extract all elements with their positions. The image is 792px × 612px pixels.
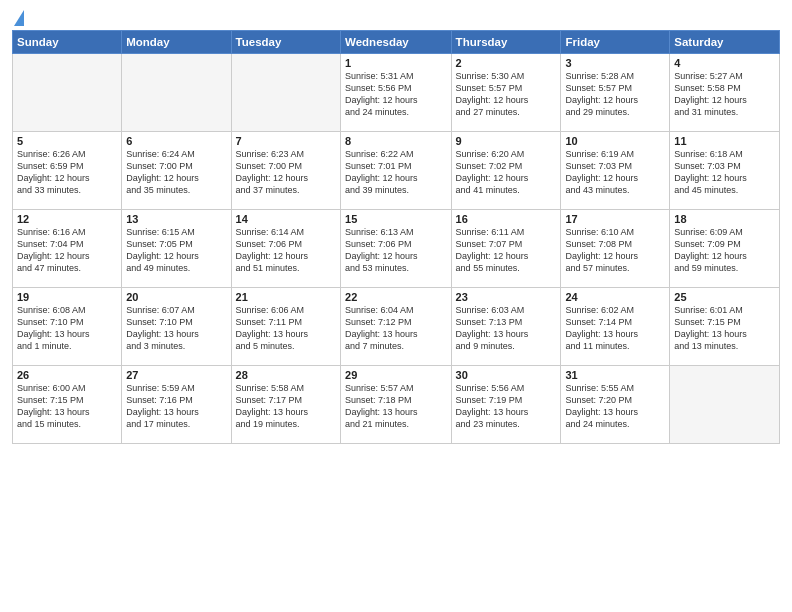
day-info: Sunrise: 5:58 AM Sunset: 7:17 PM Dayligh… bbox=[236, 382, 336, 431]
day-number: 19 bbox=[17, 291, 117, 303]
calendar-cell: 25Sunrise: 6:01 AM Sunset: 7:15 PM Dayli… bbox=[670, 288, 780, 366]
day-number: 2 bbox=[456, 57, 557, 69]
weekday-header-wednesday: Wednesday bbox=[341, 31, 452, 54]
day-info: Sunrise: 5:31 AM Sunset: 5:56 PM Dayligh… bbox=[345, 70, 447, 119]
day-number: 15 bbox=[345, 213, 447, 225]
calendar-cell: 29Sunrise: 5:57 AM Sunset: 7:18 PM Dayli… bbox=[341, 366, 452, 444]
day-info: Sunrise: 6:11 AM Sunset: 7:07 PM Dayligh… bbox=[456, 226, 557, 275]
weekday-header-thursday: Thursday bbox=[451, 31, 561, 54]
weekday-header-saturday: Saturday bbox=[670, 31, 780, 54]
calendar-cell: 6Sunrise: 6:24 AM Sunset: 7:00 PM Daylig… bbox=[122, 132, 231, 210]
calendar-week-3: 12Sunrise: 6:16 AM Sunset: 7:04 PM Dayli… bbox=[13, 210, 780, 288]
calendar-cell: 20Sunrise: 6:07 AM Sunset: 7:10 PM Dayli… bbox=[122, 288, 231, 366]
day-info: Sunrise: 6:06 AM Sunset: 7:11 PM Dayligh… bbox=[236, 304, 336, 353]
day-number: 25 bbox=[674, 291, 775, 303]
calendar-cell: 5Sunrise: 6:26 AM Sunset: 6:59 PM Daylig… bbox=[13, 132, 122, 210]
day-number: 1 bbox=[345, 57, 447, 69]
day-info: Sunrise: 6:26 AM Sunset: 6:59 PM Dayligh… bbox=[17, 148, 117, 197]
page: SundayMondayTuesdayWednesdayThursdayFrid… bbox=[0, 0, 792, 612]
calendar-cell: 28Sunrise: 5:58 AM Sunset: 7:17 PM Dayli… bbox=[231, 366, 340, 444]
calendar-cell bbox=[13, 54, 122, 132]
day-info: Sunrise: 6:24 AM Sunset: 7:00 PM Dayligh… bbox=[126, 148, 226, 197]
day-number: 3 bbox=[565, 57, 665, 69]
weekday-header-tuesday: Tuesday bbox=[231, 31, 340, 54]
day-number: 22 bbox=[345, 291, 447, 303]
day-number: 30 bbox=[456, 369, 557, 381]
calendar-cell: 12Sunrise: 6:16 AM Sunset: 7:04 PM Dayli… bbox=[13, 210, 122, 288]
day-info: Sunrise: 6:18 AM Sunset: 7:03 PM Dayligh… bbox=[674, 148, 775, 197]
day-number: 17 bbox=[565, 213, 665, 225]
day-number: 10 bbox=[565, 135, 665, 147]
day-info: Sunrise: 6:20 AM Sunset: 7:02 PM Dayligh… bbox=[456, 148, 557, 197]
day-number: 18 bbox=[674, 213, 775, 225]
calendar-cell: 14Sunrise: 6:14 AM Sunset: 7:06 PM Dayli… bbox=[231, 210, 340, 288]
calendar-cell: 9Sunrise: 6:20 AM Sunset: 7:02 PM Daylig… bbox=[451, 132, 561, 210]
day-number: 9 bbox=[456, 135, 557, 147]
calendar-cell: 15Sunrise: 6:13 AM Sunset: 7:06 PM Dayli… bbox=[341, 210, 452, 288]
weekday-header-row: SundayMondayTuesdayWednesdayThursdayFrid… bbox=[13, 31, 780, 54]
calendar-cell: 10Sunrise: 6:19 AM Sunset: 7:03 PM Dayli… bbox=[561, 132, 670, 210]
day-info: Sunrise: 6:13 AM Sunset: 7:06 PM Dayligh… bbox=[345, 226, 447, 275]
calendar-cell: 30Sunrise: 5:56 AM Sunset: 7:19 PM Dayli… bbox=[451, 366, 561, 444]
calendar-week-5: 26Sunrise: 6:00 AM Sunset: 7:15 PM Dayli… bbox=[13, 366, 780, 444]
calendar-cell bbox=[670, 366, 780, 444]
calendar-cell: 21Sunrise: 6:06 AM Sunset: 7:11 PM Dayli… bbox=[231, 288, 340, 366]
day-info: Sunrise: 6:09 AM Sunset: 7:09 PM Dayligh… bbox=[674, 226, 775, 275]
calendar-week-1: 1Sunrise: 5:31 AM Sunset: 5:56 PM Daylig… bbox=[13, 54, 780, 132]
weekday-header-monday: Monday bbox=[122, 31, 231, 54]
day-number: 27 bbox=[126, 369, 226, 381]
day-info: Sunrise: 6:22 AM Sunset: 7:01 PM Dayligh… bbox=[345, 148, 447, 197]
calendar-cell: 18Sunrise: 6:09 AM Sunset: 7:09 PM Dayli… bbox=[670, 210, 780, 288]
day-info: Sunrise: 6:03 AM Sunset: 7:13 PM Dayligh… bbox=[456, 304, 557, 353]
day-info: Sunrise: 6:07 AM Sunset: 7:10 PM Dayligh… bbox=[126, 304, 226, 353]
calendar-cell: 13Sunrise: 6:15 AM Sunset: 7:05 PM Dayli… bbox=[122, 210, 231, 288]
header bbox=[12, 10, 780, 24]
day-info: Sunrise: 5:27 AM Sunset: 5:58 PM Dayligh… bbox=[674, 70, 775, 119]
calendar-cell: 23Sunrise: 6:03 AM Sunset: 7:13 PM Dayli… bbox=[451, 288, 561, 366]
calendar-cell: 11Sunrise: 6:18 AM Sunset: 7:03 PM Dayli… bbox=[670, 132, 780, 210]
day-number: 6 bbox=[126, 135, 226, 147]
logo-triangle-icon bbox=[14, 10, 24, 26]
day-info: Sunrise: 6:10 AM Sunset: 7:08 PM Dayligh… bbox=[565, 226, 665, 275]
day-number: 11 bbox=[674, 135, 775, 147]
day-number: 31 bbox=[565, 369, 665, 381]
day-info: Sunrise: 5:59 AM Sunset: 7:16 PM Dayligh… bbox=[126, 382, 226, 431]
calendar-cell: 3Sunrise: 5:28 AM Sunset: 5:57 PM Daylig… bbox=[561, 54, 670, 132]
calendar-cell bbox=[122, 54, 231, 132]
calendar-cell: 2Sunrise: 5:30 AM Sunset: 5:57 PM Daylig… bbox=[451, 54, 561, 132]
day-number: 24 bbox=[565, 291, 665, 303]
calendar-cell: 4Sunrise: 5:27 AM Sunset: 5:58 PM Daylig… bbox=[670, 54, 780, 132]
day-number: 14 bbox=[236, 213, 336, 225]
day-number: 12 bbox=[17, 213, 117, 225]
day-number: 29 bbox=[345, 369, 447, 381]
day-info: Sunrise: 5:55 AM Sunset: 7:20 PM Dayligh… bbox=[565, 382, 665, 431]
day-info: Sunrise: 6:23 AM Sunset: 7:00 PM Dayligh… bbox=[236, 148, 336, 197]
day-number: 5 bbox=[17, 135, 117, 147]
day-number: 7 bbox=[236, 135, 336, 147]
calendar-week-2: 5Sunrise: 6:26 AM Sunset: 6:59 PM Daylig… bbox=[13, 132, 780, 210]
day-number: 21 bbox=[236, 291, 336, 303]
day-info: Sunrise: 6:08 AM Sunset: 7:10 PM Dayligh… bbox=[17, 304, 117, 353]
day-info: Sunrise: 5:57 AM Sunset: 7:18 PM Dayligh… bbox=[345, 382, 447, 431]
day-info: Sunrise: 6:19 AM Sunset: 7:03 PM Dayligh… bbox=[565, 148, 665, 197]
calendar-cell: 7Sunrise: 6:23 AM Sunset: 7:00 PM Daylig… bbox=[231, 132, 340, 210]
calendar-cell: 16Sunrise: 6:11 AM Sunset: 7:07 PM Dayli… bbox=[451, 210, 561, 288]
weekday-header-friday: Friday bbox=[561, 31, 670, 54]
calendar-cell: 24Sunrise: 6:02 AM Sunset: 7:14 PM Dayli… bbox=[561, 288, 670, 366]
calendar-table: SundayMondayTuesdayWednesdayThursdayFrid… bbox=[12, 30, 780, 444]
day-info: Sunrise: 6:15 AM Sunset: 7:05 PM Dayligh… bbox=[126, 226, 226, 275]
day-info: Sunrise: 5:28 AM Sunset: 5:57 PM Dayligh… bbox=[565, 70, 665, 119]
weekday-header-sunday: Sunday bbox=[13, 31, 122, 54]
day-info: Sunrise: 6:04 AM Sunset: 7:12 PM Dayligh… bbox=[345, 304, 447, 353]
calendar-cell: 22Sunrise: 6:04 AM Sunset: 7:12 PM Dayli… bbox=[341, 288, 452, 366]
day-info: Sunrise: 6:14 AM Sunset: 7:06 PM Dayligh… bbox=[236, 226, 336, 275]
calendar-week-4: 19Sunrise: 6:08 AM Sunset: 7:10 PM Dayli… bbox=[13, 288, 780, 366]
calendar-cell: 1Sunrise: 5:31 AM Sunset: 5:56 PM Daylig… bbox=[341, 54, 452, 132]
day-info: Sunrise: 5:30 AM Sunset: 5:57 PM Dayligh… bbox=[456, 70, 557, 119]
day-info: Sunrise: 6:02 AM Sunset: 7:14 PM Dayligh… bbox=[565, 304, 665, 353]
day-info: Sunrise: 6:00 AM Sunset: 7:15 PM Dayligh… bbox=[17, 382, 117, 431]
calendar-cell: 8Sunrise: 6:22 AM Sunset: 7:01 PM Daylig… bbox=[341, 132, 452, 210]
day-number: 16 bbox=[456, 213, 557, 225]
day-number: 28 bbox=[236, 369, 336, 381]
day-info: Sunrise: 6:16 AM Sunset: 7:04 PM Dayligh… bbox=[17, 226, 117, 275]
